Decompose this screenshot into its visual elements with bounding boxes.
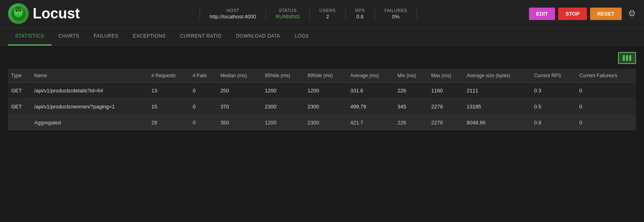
cell-name: /api/v1/products/women/?paging=1	[31, 99, 149, 115]
users-value: 2	[326, 14, 329, 20]
col-type: Type	[8, 69, 31, 83]
cell-min: 226	[394, 115, 428, 131]
col-bar-2	[626, 55, 628, 61]
col-fails: # Fails	[190, 69, 217, 83]
stat-rps: RPS 0.8	[346, 8, 375, 20]
cell-max: 2279	[428, 115, 464, 131]
cell-average: 499.79	[347, 99, 394, 115]
cell-type: GET	[8, 99, 31, 115]
header-stats: HOST http://localhost:4000 STATUS RUNNIN…	[96, 8, 521, 20]
host-value: http://localhost:4000	[210, 14, 256, 20]
col-p99: 99%ile (ms)	[304, 69, 347, 83]
cell-avg-size: 2111	[464, 83, 531, 99]
col-p95: 95%ile (ms)	[262, 69, 304, 83]
cell-average: 421.7	[347, 115, 394, 131]
host-label: HOST	[226, 8, 240, 13]
settings-icon[interactable]: ⚙	[628, 8, 636, 19]
col-avg-size: Average size (bytes)	[464, 69, 531, 83]
col-median: Median (ms)	[217, 69, 262, 83]
cell-p95: 1200	[262, 83, 304, 99]
cell-type: GET	[8, 83, 31, 99]
cell-min: 345	[394, 99, 428, 115]
stat-users: USERS 2	[310, 8, 345, 20]
svg-point-5	[20, 10, 21, 12]
columns-toggle-button[interactable]	[618, 52, 636, 64]
stat-failures: FAILURES 0%	[375, 8, 417, 20]
nav-current-ratio[interactable]: CURRENT RATIO	[173, 28, 229, 46]
reset-button[interactable]: RESET	[590, 8, 622, 20]
cell-median: 370	[217, 99, 262, 115]
svg-point-4	[16, 10, 17, 12]
cell-failures-s: 0	[576, 115, 636, 131]
table-row: GET/api/v1/products/women/?paging=115037…	[8, 99, 636, 115]
cell-min: 226	[394, 83, 428, 99]
nav-statistics[interactable]: STATISTICS	[8, 28, 52, 46]
app-title: Locust	[33, 5, 80, 22]
table-row: GET/api/v1/products/details?id=641302501…	[8, 83, 636, 99]
stop-button[interactable]: STOP	[558, 8, 587, 20]
nav-download-data[interactable]: DOWNLOAD DATA	[229, 28, 287, 46]
col-requests: # Requests	[148, 69, 189, 83]
cell-fails: 0	[190, 83, 217, 99]
col-failures-s: Current Failures/s	[576, 69, 636, 83]
nav-exceptions[interactable]: EXCEPTIONS	[126, 28, 173, 46]
col-bar-3	[629, 55, 631, 61]
cell-avg-size: 13195	[464, 99, 531, 115]
toolbar-row	[8, 52, 636, 64]
logo-area: Locust	[8, 3, 80, 24]
stat-status: STATUS RUNNING	[266, 8, 310, 20]
col-average: Average (ms)	[347, 69, 394, 83]
cell-avg-size: 8048.86	[464, 115, 531, 131]
cell-median: 250	[217, 83, 262, 99]
nav-charts[interactable]: CHARTS	[52, 28, 87, 46]
col-min: Min (ms)	[394, 69, 428, 83]
navigation: STATISTICS CHARTS FAILURES EXCEPTIONS CU…	[0, 28, 644, 46]
cell-failures-s: 0	[576, 83, 636, 99]
cell-rps: 0.5	[531, 99, 576, 115]
cell-fails: 0	[190, 115, 217, 131]
nav-failures[interactable]: FAILURES	[87, 28, 126, 46]
table-header-row: Type Name # Requests # Fails Median (ms)…	[8, 69, 636, 83]
col-max: Max (ms)	[428, 69, 464, 83]
stat-host: HOST http://localhost:4000	[200, 8, 266, 20]
cell-p95: 1200	[262, 115, 304, 131]
header: Locust HOST http://localhost:4000 STATUS…	[0, 0, 644, 28]
col-bar-1	[623, 55, 625, 61]
cell-failures-s: 0	[576, 99, 636, 115]
locust-logo-icon	[8, 3, 29, 24]
nav-logs[interactable]: LOGS	[287, 28, 316, 46]
statistics-table: Type Name # Requests # Fails Median (ms)…	[8, 69, 636, 130]
table-row: Aggregated28035012002300421.722622798048…	[8, 115, 636, 131]
col-name: Name	[31, 69, 149, 83]
cell-max: 1160	[428, 83, 464, 99]
cell-p99: 2300	[304, 99, 347, 115]
cell-name: /api/v1/products/details?id=64	[31, 83, 149, 99]
cell-requests: 28	[148, 115, 189, 131]
header-buttons: EDIT STOP RESET ⚙	[529, 8, 636, 20]
failures-label: FAILURES	[384, 8, 407, 13]
failures-value: 0%	[392, 14, 400, 20]
cell-type	[8, 115, 31, 131]
cell-requests: 13	[148, 83, 189, 99]
cell-requests: 15	[148, 99, 189, 115]
cell-p99: 1200	[304, 83, 347, 99]
cell-rps: 0.3	[531, 83, 576, 99]
edit-button[interactable]: EDIT	[529, 8, 555, 20]
cell-name: Aggregated	[31, 115, 149, 131]
main-content: Type Name # Requests # Fails Median (ms)…	[0, 46, 644, 137]
cell-p99: 2300	[304, 115, 347, 131]
cell-max: 2279	[428, 99, 464, 115]
rps-label: RPS	[355, 8, 365, 13]
status-value: RUNNING	[275, 14, 300, 20]
cell-rps: 0.8	[531, 115, 576, 131]
cell-median: 350	[217, 115, 262, 131]
status-label: STATUS	[279, 8, 297, 13]
cell-average: 331.6	[347, 83, 394, 99]
users-label: USERS	[319, 8, 335, 13]
cell-p95: 2300	[262, 99, 304, 115]
rps-value: 0.8	[357, 14, 364, 20]
cell-fails: 0	[190, 99, 217, 115]
col-rps: Current RPS	[531, 69, 576, 83]
